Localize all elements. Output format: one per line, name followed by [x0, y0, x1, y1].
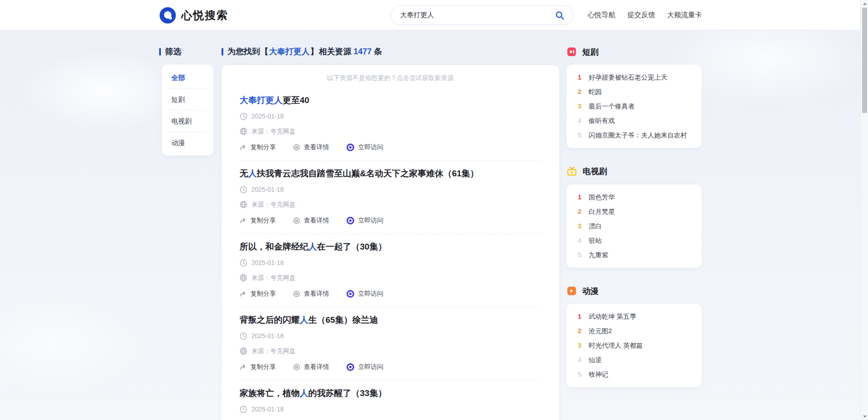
result-title[interactable]: 背叛之后的闪耀人生（65集）徐兰迪: [240, 315, 541, 326]
rank-label: 好孕甜妻被钻石老公宠上天: [589, 74, 667, 81]
top-nav: 心悦导航 提交反馈 大额流量卡: [588, 0, 703, 30]
result-count: 1477: [354, 47, 372, 57]
filter-item-tv-series[interactable]: 电视剧: [162, 110, 213, 132]
clock-icon: [240, 406, 247, 413]
up-triangle-icon: [863, 3, 867, 5]
ranking-title: 电视剧: [583, 166, 607, 176]
heading-middle: 相关资源: [319, 47, 351, 57]
result-source: 来源：夸克网盘: [240, 274, 541, 282]
visit-now-button[interactable]: 立即访问: [346, 289, 383, 298]
rank-number: 3: [576, 222, 583, 230]
nav-link-xinyue-nav[interactable]: 心悦导航: [588, 10, 616, 20]
view-detail-button[interactable]: 查看详情: [293, 363, 329, 371]
globe-icon: [240, 347, 247, 355]
rank-number: 1: [576, 74, 583, 81]
result-title[interactable]: 家族将亡，植物人的我苏醒了（33集）: [240, 388, 541, 399]
detail-eye-icon: [293, 363, 300, 371]
result-source: 来源：夸克网盘: [240, 200, 541, 209]
result-title[interactable]: 所以，和金牌经纪人在一起了（30集）: [240, 241, 541, 252]
detail-eye-icon: [293, 144, 300, 151]
ranking-sidebar: 短剧 1好孕甜妻被钻石老公宠上天 2蛇园 3最后一个修真者 4偷听有戏 5闪婚京…: [566, 47, 702, 405]
search-input[interactable]: [400, 11, 554, 19]
ranking-item[interactable]: 2白月梵星: [566, 204, 702, 219]
ranking-item[interactable]: 2沧元图2: [566, 324, 702, 338]
result-item: 家族将亡，植物人的我苏醒了（33集） 2025-01-18 来源：夸克网盘: [240, 381, 541, 420]
accent-bar: [222, 48, 223, 56]
ranking-item[interactable]: 4驻站: [566, 233, 702, 248]
result-actions: 复制分享 查看详情 立即访问: [240, 363, 541, 371]
share-icon: [240, 144, 247, 151]
globe-icon: [240, 201, 247, 208]
scrollbar-thumb[interactable]: [862, 8, 867, 113]
share-icon: [240, 217, 247, 224]
filter-item-short-drama[interactable]: 短剧: [162, 89, 213, 110]
clock-icon: [240, 186, 247, 193]
filter-item-anime[interactable]: 动漫: [162, 132, 213, 153]
ranking-item[interactable]: 3时光代理人 英都篇: [566, 338, 702, 353]
copy-share-button[interactable]: 复制分享: [240, 143, 276, 151]
ranking-item[interactable]: 1国色芳华: [566, 190, 702, 204]
filter-sidebar: 筛选 全部 短剧 电视剧 动漫: [159, 47, 214, 156]
copy-share-button[interactable]: 复制分享: [240, 363, 276, 371]
logo[interactable]: 心悦搜索: [159, 0, 228, 30]
ranking-item[interactable]: 4仙逆: [566, 353, 702, 367]
result-title[interactable]: 大奉打更人更至40: [240, 95, 541, 106]
ranking-item[interactable]: 4偷听有戏: [566, 113, 702, 128]
ranking-item[interactable]: 3最后一个修真者: [566, 99, 702, 113]
result-item: 无人扶我青云志我自踏雪至山巅&名动天下之家事难休（61集） 2025-01-18…: [240, 161, 541, 234]
filter-title: 筛选: [159, 47, 214, 57]
ranking-item[interactable]: 2蛇园: [566, 85, 702, 99]
ranking-item[interactable]: 5闪婚京圈太子爷：夫人她来自农村: [566, 128, 702, 142]
copy-share-button[interactable]: 复制分享: [240, 216, 276, 225]
rank-label: 武动乾坤 第五季: [589, 313, 637, 320]
result-date: 2025-01-18: [240, 112, 541, 121]
result-source: 来源：夸克网盘: [240, 127, 541, 136]
ranking-section-anime: 动漫 1武动乾坤 第五季 2沧元图2 3时光代理人 英都篇 4仙逆 5牧神记: [566, 286, 702, 387]
rank-number: 1: [576, 313, 583, 320]
scrollbar-up-arrow[interactable]: [861, 0, 868, 7]
view-detail-button[interactable]: 查看详情: [293, 216, 329, 225]
rank-label: 最后一个修真者: [589, 103, 635, 110]
view-detail-button[interactable]: 查看详情: [293, 289, 329, 298]
ranking-item[interactable]: 5牧神记: [566, 367, 702, 382]
search-button[interactable]: [554, 9, 566, 21]
nav-link-feedback[interactable]: 提交反馈: [627, 10, 656, 20]
clock-icon: [240, 113, 247, 120]
logo-text: 心悦搜索: [181, 8, 228, 23]
ranking-header: 电视剧: [566, 166, 702, 177]
filter-card: 全部 短剧 电视剧 动漫: [162, 65, 213, 156]
clock-icon: [240, 332, 247, 340]
ranking-section-short-drama: 短剧 1好孕甜妻被钻石老公宠上天 2蛇园 3最后一个修真者 4偷听有戏 5闪婚京…: [566, 47, 702, 148]
ranking-card: 1国色芳华 2白月梵星 3漂白 4驻站 5九重紫: [566, 184, 702, 268]
copy-share-button[interactable]: 复制分享: [240, 289, 276, 298]
visit-circle-icon: [346, 363, 354, 371]
rank-label: 闪婚京圈太子爷：夫人她来自农村: [589, 132, 687, 139]
result-item: 大奉打更人更至40 2025-01-18 来源：夸克网盘 复制分享 查看详情: [240, 88, 541, 160]
ranking-item[interactable]: 1武动乾坤 第五季: [566, 309, 702, 324]
rank-number: 2: [576, 327, 583, 335]
rank-number: 5: [576, 251, 583, 259]
ranking-header: 动漫: [566, 286, 702, 296]
ranking-section-tv-series: 电视剧 1国色芳华 2白月梵星 3漂白 4驻站 5九重紫: [566, 166, 702, 268]
visit-now-button[interactable]: 立即访问: [346, 363, 383, 371]
rank-label: 国色芳华: [589, 193, 615, 201]
rank-number: 2: [576, 208, 583, 215]
clock-icon: [240, 259, 247, 267]
refresh-hint[interactable]: 以下资源不是你想要的？点击尝试获取新资源: [240, 73, 541, 88]
result-date: 2025-01-18: [240, 405, 541, 414]
nav-link-data-card[interactable]: 大额流量卡: [667, 10, 703, 20]
view-detail-button[interactable]: 查看详情: [293, 143, 329, 151]
visit-circle-icon: [346, 290, 354, 298]
filter-item-all[interactable]: 全部: [162, 67, 213, 88]
visit-now-button[interactable]: 立即访问: [346, 216, 383, 225]
heading-bracket-open: 【: [260, 47, 269, 57]
visit-now-button[interactable]: 立即访问: [346, 143, 383, 151]
ranking-item[interactable]: 5九重紫: [566, 248, 702, 262]
ranking-item[interactable]: 1好孕甜妻被钻石老公宠上天: [566, 70, 702, 85]
scrollbar-down-arrow[interactable]: [861, 413, 868, 420]
result-date: 2025-01-18: [240, 185, 541, 194]
ranking-item[interactable]: 3漂白: [566, 219, 702, 233]
search-bar: [391, 5, 573, 25]
result-title[interactable]: 无人扶我青云志我自踏雪至山巅&名动天下之家事难休（61集）: [240, 168, 541, 179]
detail-eye-icon: [293, 217, 300, 224]
